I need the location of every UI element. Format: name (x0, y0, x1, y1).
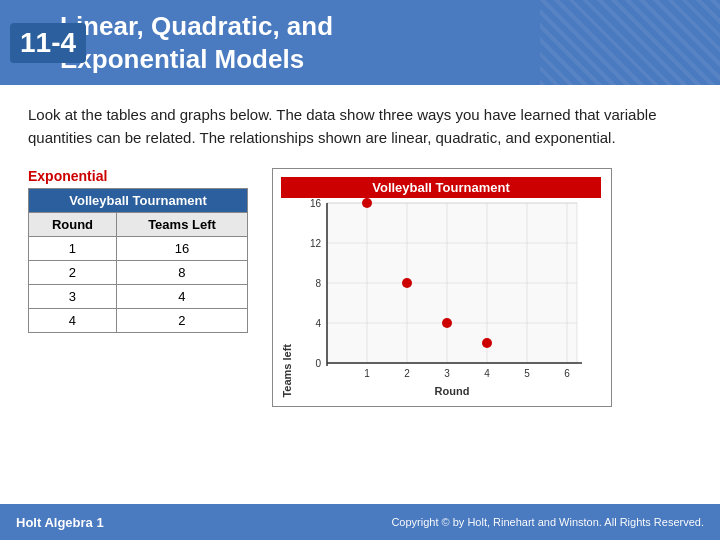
graph-title: Volleyball Tournament (281, 177, 601, 198)
data-table: Volleyball Tournament Round Teams Left 1… (28, 188, 248, 333)
x-axis-label: Round (435, 385, 470, 397)
table-title: Volleyball Tournament (29, 188, 248, 212)
point-1-16 (362, 198, 372, 208)
main-content: Look at the tables and graphs below. The… (0, 85, 720, 417)
row1-teams: 16 (116, 236, 247, 260)
point-4-2 (482, 338, 492, 348)
y-axis-label: Teams left (281, 344, 293, 398)
point-3-4 (442, 318, 452, 328)
x-tick-5: 5 (524, 368, 530, 379)
footer-left-text: Holt Algebra 1 (16, 515, 104, 530)
row3-teams: 4 (116, 284, 247, 308)
x-tick-2: 2 (404, 368, 410, 379)
exponential-label: Exponential (28, 168, 248, 184)
y-tick-16: 16 (310, 198, 322, 209)
col1-header: Round (29, 212, 117, 236)
chart-svg: 16 12 8 4 0 1 2 3 4 5 6 (297, 198, 597, 398)
content-row: Exponential Volleyball Tournament Round … (28, 168, 692, 407)
row4-teams: 2 (116, 308, 247, 332)
row3-round: 3 (29, 284, 117, 308)
col2-header: Teams Left (116, 212, 247, 236)
table-header-row: Round Teams Left (29, 212, 248, 236)
right-panel: Volleyball Tournament Teams left (272, 168, 692, 407)
x-tick-4: 4 (484, 368, 490, 379)
y-tick-12: 12 (310, 238, 322, 249)
graph-area: 16 12 8 4 0 1 2 3 4 5 6 (297, 198, 601, 398)
row4-round: 4 (29, 308, 117, 332)
header: 11-4 Linear, Quadratic, and Exponential … (0, 0, 720, 85)
table-row: 1 16 (29, 236, 248, 260)
table-title-row: Volleyball Tournament (29, 188, 248, 212)
section-number: 11-4 (10, 23, 86, 63)
row2-round: 2 (29, 260, 117, 284)
y-tick-4: 4 (315, 318, 321, 329)
table-row: 4 2 (29, 308, 248, 332)
y-tick-8: 8 (315, 278, 321, 289)
row2-teams: 8 (116, 260, 247, 284)
x-tick-6: 6 (564, 368, 570, 379)
graph-inner: Teams left (281, 198, 601, 398)
header-pattern (540, 0, 720, 85)
x-tick-1: 1 (364, 368, 370, 379)
header-title: Linear, Quadratic, and Exponential Model… (60, 10, 333, 75)
left-panel: Exponential Volleyball Tournament Round … (28, 168, 248, 333)
point-2-8 (402, 278, 412, 288)
table-row: 3 4 (29, 284, 248, 308)
footer: Holt Algebra 1 Copyright © by Holt, Rine… (0, 504, 720, 540)
table-row: 2 8 (29, 260, 248, 284)
row1-round: 1 (29, 236, 117, 260)
graph-container: Volleyball Tournament Teams left (272, 168, 612, 407)
footer-right-text: Copyright © by Holt, Rinehart and Winsto… (391, 516, 704, 528)
intro-paragraph: Look at the tables and graphs below. The… (28, 103, 692, 150)
y-tick-0: 0 (315, 358, 321, 369)
x-tick-3: 3 (444, 368, 450, 379)
